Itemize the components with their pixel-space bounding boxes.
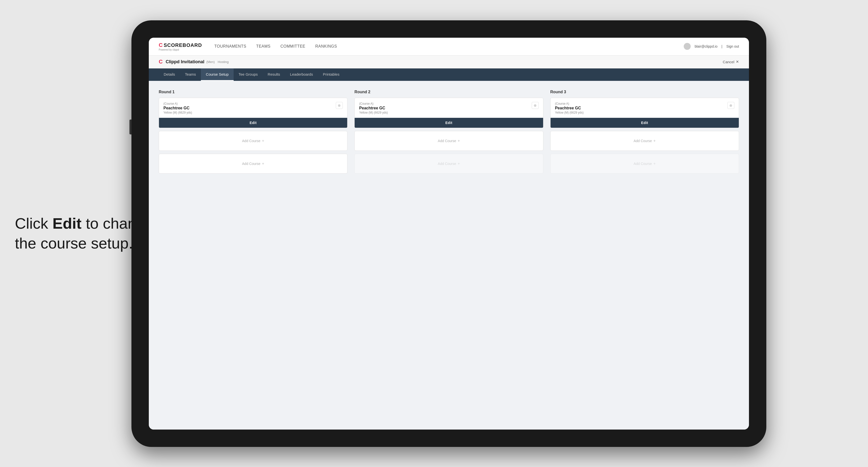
tab-details[interactable]: Details <box>159 68 180 81</box>
round-2-delete-button[interactable]: ⊗ <box>532 102 539 109</box>
add-course-3-text-2: Add Course <box>633 162 652 166</box>
plus-icon-4: + <box>458 161 460 166</box>
nav-tournaments[interactable]: TOURNAMENTS <box>214 44 246 49</box>
logo-sub: Powered by clippd <box>159 49 202 51</box>
course-3-name: Peachtree GC <box>555 106 727 111</box>
tablet-screen: CSCOREBOARD Powered by clippd TOURNAMENT… <box>149 38 749 430</box>
add-course-2-text: Add Course <box>438 139 456 143</box>
course-2-details: Yellow (M) (6629 yds) <box>359 111 531 114</box>
round-1-add-course-1[interactable]: Add Course + <box>159 131 347 151</box>
course-1-letter: (Course A) <box>163 102 336 105</box>
annotation-line1: Click <box>15 215 53 232</box>
rounds-grid: Round 1 (Course A) Peachtree GC Yellow (… <box>159 90 739 177</box>
add-course-2-label-2: Add Course + <box>438 161 460 166</box>
top-nav: CSCOREBOARD Powered by clippd TOURNAMENT… <box>149 38 749 56</box>
tab-course-setup[interactable]: Course Setup <box>201 68 234 81</box>
round-1-label: Round 1 <box>159 90 347 94</box>
add-course-2-label: Add Course + <box>438 138 460 143</box>
logo: CSCOREBOARD <box>159 42 202 49</box>
plus-icon-5: + <box>653 138 656 143</box>
sign-out-link[interactable]: Sign out <box>726 44 739 49</box>
logo-area: CSCOREBOARD Powered by clippd <box>159 42 202 51</box>
course-3-letter: (Course A) <box>555 102 727 105</box>
round-3-column: Round 3 (Course A) Peachtree GC Yellow (… <box>550 90 739 177</box>
nav-committee[interactable]: COMMITTEE <box>280 44 306 49</box>
tab-leaderboards[interactable]: Leaderboards <box>285 68 318 81</box>
logo-text: SCOREBOARD <box>164 42 202 48</box>
tabs-bar: Details Teams Course Setup Tee Groups Re… <box>149 68 749 81</box>
course-2-name: Peachtree GC <box>359 106 531 111</box>
nav-links: TOURNAMENTS TEAMS COMMITTEE RANKINGS <box>214 44 684 49</box>
plus-icon-3: + <box>458 138 460 143</box>
nav-rankings[interactable]: RANKINGS <box>315 44 337 49</box>
add-course-label: Add Course + <box>242 138 264 143</box>
plus-icon-6: + <box>653 161 656 166</box>
round-2-add-course-2: Add Course + <box>354 154 543 174</box>
add-course-3-label-2: Add Course + <box>633 161 656 166</box>
round-3-course-card: (Course A) Peachtree GC Yellow (M) (6629… <box>550 98 739 128</box>
nav-right: blair@clippd.io | Sign out <box>684 43 739 50</box>
nav-teams[interactable]: TEAMS <box>256 44 271 49</box>
sub-header: C Clippd Invitational (Men) Hosting Canc… <box>149 56 749 68</box>
round-3-add-course-2: Add Course + <box>550 154 739 174</box>
course-3-details: Yellow (M) (6629 yds) <box>555 111 727 114</box>
tab-printables[interactable]: Printables <box>318 68 344 81</box>
course-2-card-header: (Course A) Peachtree GC Yellow (M) (6629… <box>359 102 538 118</box>
annotation-bold: Edit <box>53 215 82 232</box>
logo-c-icon: C <box>159 42 163 48</box>
tab-teams[interactable]: Teams <box>180 68 201 81</box>
cancel-button[interactable]: Cancel ✕ <box>723 60 739 64</box>
course-info: (Course A) Peachtree GC Yellow (M) (6629… <box>163 102 336 118</box>
tournament-name: Clippd Invitational <box>166 59 204 64</box>
add-course-3-label: Add Course + <box>633 138 656 143</box>
course-card-header: (Course A) Peachtree GC Yellow (M) (6629… <box>163 102 343 118</box>
status-badge: Hosting <box>218 60 229 64</box>
tab-results[interactable]: Results <box>262 68 285 81</box>
round-1-column: Round 1 (Course A) Peachtree GC Yellow (… <box>159 90 347 177</box>
round-3-label: Round 3 <box>550 90 739 94</box>
user-email: blair@clippd.io <box>695 44 717 49</box>
add-course-3-text: Add Course <box>633 139 652 143</box>
add-course-text-2: Add Course <box>242 162 260 166</box>
course-1-name: Peachtree GC <box>163 106 336 111</box>
round-1-delete-button[interactable]: ⊗ <box>336 102 343 109</box>
course-3-card-header: (Course A) Peachtree GC Yellow (M) (6629… <box>555 102 734 118</box>
sub-logo-icon: C <box>159 59 163 65</box>
plus-icon-2: + <box>262 161 264 166</box>
course-1-details: Yellow (M) (6629 yds) <box>163 111 336 114</box>
round-2-add-course-1[interactable]: Add Course + <box>354 131 543 151</box>
tab-tee-groups[interactable]: Tee Groups <box>234 68 263 81</box>
main-content: Round 1 (Course A) Peachtree GC Yellow (… <box>149 81 749 430</box>
plus-icon: + <box>262 138 264 143</box>
add-course-label-2: Add Course + <box>242 161 264 166</box>
round-2-edit-button[interactable]: Edit <box>354 118 543 128</box>
round-2-course-card: (Course A) Peachtree GC Yellow (M) (6629… <box>354 98 543 128</box>
course-2-letter: (Course A) <box>359 102 531 105</box>
course-2-info: (Course A) Peachtree GC Yellow (M) (6629… <box>359 102 531 118</box>
round-1-edit-button[interactable]: Edit <box>159 118 347 128</box>
round-1-add-course-2[interactable]: Add Course + <box>159 154 347 174</box>
tablet-device: CSCOREBOARD Powered by clippd TOURNAMENT… <box>131 20 766 447</box>
side-button <box>129 120 131 134</box>
cancel-label: Cancel <box>723 60 734 64</box>
round-3-add-course-1[interactable]: Add Course + <box>550 131 739 151</box>
add-course-text: Add Course <box>242 139 260 143</box>
round-3-edit-button[interactable]: Edit <box>551 118 739 128</box>
course-3-info: (Course A) Peachtree GC Yellow (M) (6629… <box>555 102 727 118</box>
separator: | <box>721 44 722 49</box>
round-3-delete-button[interactable]: ⊗ <box>727 102 734 109</box>
add-course-2-text-2: Add Course <box>438 162 456 166</box>
round-2-column: Round 2 (Course A) Peachtree GC Yellow (… <box>354 90 543 177</box>
close-icon: ✕ <box>736 60 739 64</box>
gender-badge: (Men) <box>206 60 215 64</box>
avatar <box>684 43 691 50</box>
round-2-label: Round 2 <box>354 90 543 94</box>
round-1-course-card: (Course A) Peachtree GC Yellow (M) (6629… <box>159 98 347 128</box>
